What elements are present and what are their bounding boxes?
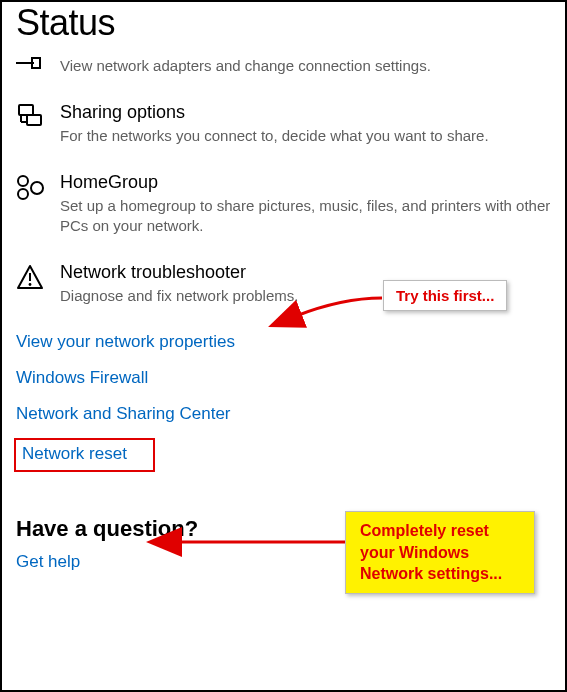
svg-rect-3 bbox=[27, 115, 41, 125]
adapter-icon bbox=[16, 54, 60, 74]
item-homegroup-title: HomeGroup bbox=[60, 172, 551, 194]
callout-try-first: Try this first... bbox=[383, 280, 507, 311]
svg-point-5 bbox=[18, 176, 28, 186]
item-sharing-desc: For the networks you connect to, decide … bbox=[60, 126, 551, 146]
link-network-sharing-center[interactable]: Network and Sharing Center bbox=[16, 404, 231, 424]
link-get-help[interactable]: Get help bbox=[16, 552, 80, 572]
homegroup-icon bbox=[16, 172, 60, 202]
links-block: View your network properties Windows Fir… bbox=[16, 332, 551, 472]
svg-point-10 bbox=[29, 283, 32, 286]
link-network-reset-highlight: Network reset bbox=[14, 438, 155, 472]
callout-reset-all: Completely reset your Windows Network se… bbox=[345, 511, 535, 594]
settings-status-panel: Status View network adapters and change … bbox=[0, 0, 567, 692]
warning-triangle-icon bbox=[16, 262, 60, 290]
item-homegroup-desc: Set up a homegroup to share pictures, mu… bbox=[60, 196, 551, 237]
item-adapters[interactable]: View network adapters and change connect… bbox=[16, 54, 551, 76]
link-windows-firewall[interactable]: Windows Firewall bbox=[16, 368, 148, 388]
svg-rect-2 bbox=[19, 105, 33, 115]
link-network-properties[interactable]: View your network properties bbox=[16, 332, 235, 352]
arrow-to-troubleshooter bbox=[282, 294, 392, 334]
page-title: Status bbox=[16, 2, 551, 44]
item-adapters-desc: View network adapters and change connect… bbox=[60, 56, 551, 76]
item-sharing-options[interactable]: Sharing options For the networks you con… bbox=[16, 102, 551, 146]
svg-point-7 bbox=[31, 182, 43, 194]
svg-point-6 bbox=[18, 189, 28, 199]
link-network-reset[interactable]: Network reset bbox=[22, 444, 127, 464]
sharing-icon bbox=[16, 102, 60, 132]
item-homegroup[interactable]: HomeGroup Set up a homegroup to share pi… bbox=[16, 172, 551, 236]
arrow-to-network-reset bbox=[162, 526, 352, 556]
item-sharing-title: Sharing options bbox=[60, 102, 551, 124]
